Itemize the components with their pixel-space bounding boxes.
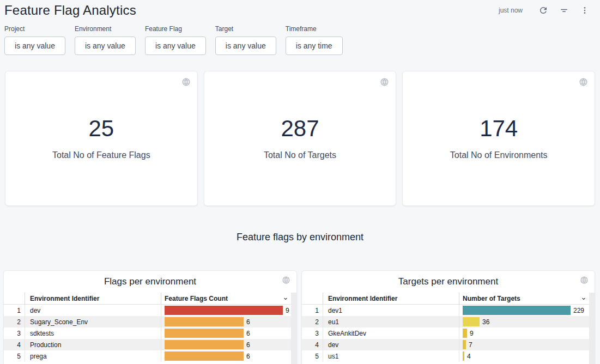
- stat-value: 174: [480, 117, 518, 140]
- globe-icon[interactable]: [282, 276, 290, 286]
- table-row[interactable]: 1dev1229: [302, 305, 589, 316]
- environment-identifier-cell[interactable]: dev: [323, 339, 459, 350]
- count-cell[interactable]: 6: [161, 339, 291, 350]
- table-scrollbar[interactable]: [589, 293, 595, 364]
- table-row[interactable]: 1dev9: [4, 305, 291, 316]
- count-cell[interactable]: 6: [161, 350, 291, 362]
- table-row[interactable]: 4Production6: [4, 339, 291, 350]
- table-header-row: Environment Identifier Number of Targets: [302, 293, 589, 305]
- section-title: Feature flags by environment: [0, 232, 600, 243]
- globe-icon[interactable]: [579, 77, 588, 88]
- count-cell[interactable]: 6: [161, 327, 291, 339]
- environment-identifier-cell[interactable]: us1: [323, 350, 459, 362]
- environment-identifier-cell[interactable]: Sugary_Scone_Env: [25, 316, 161, 327]
- row-number: 2: [4, 318, 25, 326]
- value-bar: [463, 306, 571, 315]
- environment-identifier-cell[interactable]: sdktests: [25, 327, 161, 339]
- filter-label: Timeframe: [286, 25, 343, 33]
- bar-value-label: 229: [573, 307, 584, 314]
- environment-identifier-cell[interactable]: Production: [25, 339, 161, 350]
- dashboard-header: Feature Flag Analytics just now: [0, 0, 600, 20]
- column-header-feature-flags-count[interactable]: Feature Flags Count: [161, 293, 291, 304]
- bar-value-label: 6: [246, 341, 250, 349]
- data-table: Environment Identifier Number of Targets…: [302, 293, 595, 362]
- environment-identifier-cell[interactable]: GkeAnkitDev: [323, 327, 459, 339]
- globe-icon[interactable]: [580, 276, 589, 286]
- table-scrollbar[interactable]: [291, 293, 296, 364]
- filter-value-button[interactable]: is any value: [4, 37, 65, 55]
- table-row[interactable]: 2Sugary_Scone_Env6: [4, 316, 291, 327]
- table-row[interactable]: 4dev7: [302, 339, 589, 350]
- tables-row: Flags per environment Environment Identi…: [0, 270, 600, 364]
- column-header-environment-identifier[interactable]: Environment Identifier: [25, 293, 161, 304]
- value-bar: [463, 329, 467, 338]
- count-cell[interactable]: 7: [459, 339, 589, 350]
- data-table: Environment Identifier Feature Flags Cou…: [4, 293, 296, 362]
- globe-icon[interactable]: [380, 77, 389, 88]
- value-bar: [463, 317, 480, 326]
- filters-button[interactable]: [556, 3, 572, 18]
- count-cell[interactable]: 9: [161, 305, 291, 316]
- table-row[interactable]: 3sdktests6: [4, 327, 291, 339]
- filter-label: Environment: [75, 25, 136, 33]
- environment-identifier-cell[interactable]: dev: [25, 305, 161, 316]
- filter-project: Project is any value: [4, 25, 65, 55]
- targets-per-environment-card: Targets per environment Environment Iden…: [301, 270, 595, 364]
- table-body: 1dev12292eu1363GkeAnkitDev94dev75us14: [302, 305, 595, 362]
- row-number: 5: [302, 353, 323, 360]
- environment-identifier-cell[interactable]: dev1: [323, 305, 459, 316]
- dashboard-menu-button[interactable]: [577, 3, 592, 18]
- table-row[interactable]: 3GkeAnkitDev9: [302, 327, 589, 339]
- count-cell[interactable]: 229: [459, 305, 589, 316]
- count-cell[interactable]: 36: [459, 316, 589, 327]
- count-cell[interactable]: 9: [459, 327, 589, 339]
- value-bar: [463, 340, 466, 349]
- filter-timeframe: Timeframe is any time: [286, 25, 343, 55]
- filter-value-button[interactable]: is any time: [286, 37, 343, 55]
- row-number: 3: [4, 330, 25, 337]
- tile-total-targets: 287 Total No of Targets: [204, 71, 397, 206]
- bar-value-label: 9: [470, 330, 474, 337]
- filter-value-button[interactable]: is any value: [145, 37, 206, 55]
- table-row[interactable]: 5prega6: [4, 350, 291, 362]
- environment-identifier-cell[interactable]: prega: [25, 350, 161, 362]
- filter-value-button[interactable]: is any value: [75, 37, 136, 55]
- row-number-column-header: [4, 293, 25, 304]
- chevron-down-icon[interactable]: [580, 295, 587, 304]
- value-bar: [165, 317, 244, 326]
- bar-value-label: 6: [246, 353, 250, 360]
- header-actions: just now: [499, 3, 592, 18]
- chart-title: Targets per environment: [302, 271, 595, 293]
- value-bar: [165, 306, 283, 315]
- stat-label: Total No of Targets: [264, 150, 336, 160]
- stat-value: 25: [88, 117, 114, 140]
- bar-value-label: 7: [469, 341, 472, 349]
- filter-label: Target: [215, 25, 276, 33]
- page-title: Feature Flag Analytics: [4, 3, 136, 18]
- environment-identifier-cell[interactable]: eu1: [323, 316, 459, 327]
- stat-label: Total No of Environments: [450, 150, 548, 160]
- globe-icon[interactable]: [181, 77, 191, 88]
- refresh-button[interactable]: [536, 3, 551, 18]
- column-header-number-of-targets[interactable]: Number of Targets: [459, 293, 589, 304]
- count-cell[interactable]: 4: [459, 350, 589, 362]
- column-header-environment-identifier[interactable]: Environment Identifier: [323, 293, 459, 304]
- filter-value-button[interactable]: is any value: [215, 37, 276, 55]
- filter-target: Target is any value: [215, 25, 276, 55]
- bar-value-label: 6: [246, 330, 250, 337]
- count-cell[interactable]: 6: [161, 316, 291, 327]
- refresh-icon: [538, 5, 548, 15]
- chevron-down-icon[interactable]: [282, 295, 289, 304]
- flags-per-environment-card: Flags per environment Environment Identi…: [3, 270, 297, 364]
- value-bar: [165, 340, 244, 349]
- row-number: 4: [4, 341, 25, 349]
- tile-total-feature-flags: 25 Total No of Feature Flags: [5, 71, 198, 206]
- table-row[interactable]: 2eu136: [302, 316, 589, 327]
- table-row[interactable]: 5us14: [302, 350, 589, 362]
- filter-environment: Environment is any value: [75, 25, 136, 55]
- bar-value-label: 6: [246, 318, 250, 326]
- value-bar: [463, 351, 464, 361]
- stat-label: Total No of Feature Flags: [52, 150, 150, 160]
- stat-tiles-row: 25 Total No of Feature Flags 287 Total N…: [0, 55, 600, 206]
- row-number: 2: [302, 318, 323, 326]
